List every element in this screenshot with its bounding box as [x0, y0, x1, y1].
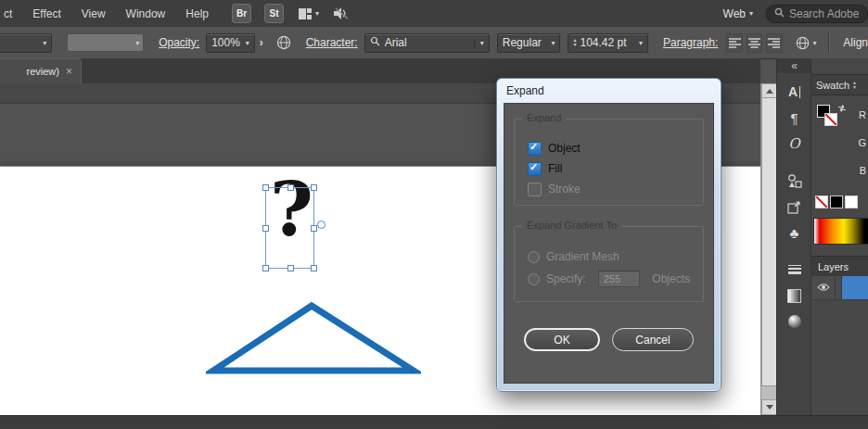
menu-item-effect[interactable]: Effect — [22, 7, 70, 20]
triangle-shape[interactable] — [206, 297, 421, 376]
font-family-combo[interactable]: Arial ▾ — [364, 33, 490, 53]
document-tab[interactable]: review) × — [0, 58, 82, 83]
appearance-panel-icon[interactable] — [777, 168, 811, 194]
vertical-scrollbar[interactable] — [760, 83, 777, 415]
workspace-switcher[interactable]: Web ▾ — [723, 7, 753, 20]
object-checkbox[interactable]: ✓ — [528, 142, 542, 156]
stroke-panel-icon[interactable] — [777, 257, 811, 283]
swatches-panel-tab[interactable]: Swatch ▴▾ — [811, 74, 868, 95]
selection-side-handle[interactable] — [317, 221, 326, 229]
check-icon: ✓ — [530, 161, 538, 173]
close-tab-icon[interactable]: × — [66, 65, 72, 78]
align-center-button[interactable] — [747, 33, 762, 53]
layers-panel-label: Layers — [818, 261, 849, 272]
cancel-button[interactable]: Cancel — [612, 328, 694, 351]
expand-dialog: Expand Expand ✓ Object ✓ Fill Stroke Exp… — [496, 78, 721, 392]
dialog-title[interactable]: Expand — [497, 79, 721, 103]
red-slider-label: R — [859, 109, 866, 120]
menu-item-help[interactable]: Help — [175, 7, 219, 20]
selection-handle[interactable] — [287, 265, 294, 271]
stroke-checkbox-row: Stroke — [528, 179, 690, 199]
selection-bounding-box[interactable] — [265, 187, 314, 269]
font-style-value: Regular — [503, 36, 542, 49]
font-search-icon — [370, 36, 380, 49]
menu-bar: ct Effect View Window Help Br St ▾ Web ▾… — [0, 0, 868, 28]
gradient-mesh-label: Gradient Mesh — [546, 250, 619, 263]
language-globe-icon[interactable]: ▾ — [796, 36, 817, 50]
expand-gradient-group-label: Expand Gradient To — [522, 220, 621, 231]
arrange-documents-icon[interactable]: ▾ — [299, 8, 319, 19]
stepper-arrows-icon[interactable]: ▴▾ — [573, 38, 576, 47]
expand-gradient-group: Expand Gradient To Gradient Mesh Specify… — [514, 226, 704, 302]
symbols-panel-icon[interactable]: ♣ — [777, 220, 811, 246]
font-size-value: 104.42 pt — [580, 36, 626, 49]
globe-icon[interactable] — [276, 35, 291, 50]
chevron-down-icon: ▾ — [315, 9, 319, 18]
layer-row[interactable] — [811, 276, 868, 300]
selection-handle[interactable] — [262, 265, 269, 271]
panel-resize-icon[interactable]: ▴▾ — [853, 81, 856, 90]
bridge-button[interactable]: Br — [232, 4, 251, 23]
menu-item-view[interactable]: View — [71, 7, 116, 20]
menu-item-truncated[interactable]: ct — [0, 7, 22, 20]
stroke-width-combo[interactable]: ▾ — [0, 33, 52, 53]
chevron-down-icon: ▾ — [241, 39, 249, 47]
brush-definition-well[interactable]: ▾ — [67, 33, 144, 52]
chevron-down-icon: ▾ — [474, 39, 484, 47]
search-field[interactable]: Search Adobe — [766, 5, 868, 23]
layer-visibility-cell[interactable] — [811, 276, 836, 299]
gradient-panel-icon[interactable] — [777, 283, 811, 309]
selection-handle[interactable] — [311, 184, 317, 191]
opacity-flyout-chevron[interactable]: › — [260, 36, 263, 49]
selection-handle[interactable] — [262, 225, 269, 232]
fill-checkbox-row[interactable]: ✓ Fill — [528, 158, 690, 179]
dialog-body: Expand ✓ Object ✓ Fill Stroke Expand Gra… — [504, 103, 714, 384]
object-checkbox-row[interactable]: ✓ Object — [528, 138, 690, 158]
layer-thumbnail-cell[interactable] — [836, 276, 842, 299]
opacity-combo[interactable]: 100% ▾ — [206, 33, 254, 53]
opentype-panel-icon[interactable]: O — [777, 131, 811, 157]
stock-button[interactable]: St — [264, 4, 284, 23]
expand-panels-icon[interactable]: « — [777, 58, 811, 73]
speaker-icon[interactable] — [334, 7, 350, 19]
gradient-sphere-icon[interactable] — [777, 309, 811, 334]
dialog-button-row: OK Cancel — [504, 328, 713, 351]
opacity-value: 100% — [211, 36, 240, 49]
align-left-button[interactable] — [726, 33, 742, 53]
chevron-down-icon: ▾ — [546, 39, 555, 47]
opacity-label[interactable]: Opacity: — [159, 36, 199, 49]
layers-panel-body — [811, 276, 868, 415]
selection-handle[interactable] — [311, 265, 317, 271]
quick-swatches[interactable] — [815, 196, 858, 208]
eye-icon[interactable] — [817, 282, 830, 295]
black-swatch[interactable] — [830, 196, 843, 208]
illustrator-window: ct Effect View Window Help Br St ▾ Web ▾… — [0, 0, 868, 429]
font-style-combo[interactable]: Regular ▾ — [497, 33, 561, 53]
ok-button[interactable]: OK — [524, 328, 600, 351]
none-swatch[interactable] — [815, 196, 828, 208]
color-spectrum-bar[interactable] — [813, 218, 868, 245]
fill-stroke-proxy[interactable] — [817, 103, 849, 129]
specify-input: 255 — [598, 271, 641, 287]
character-panel-icon[interactable]: A — [777, 79, 811, 105]
selection-handle[interactable] — [311, 225, 317, 232]
paragraph-panel-icon[interactable]: ¶ — [777, 105, 811, 131]
stroke-none-swatch[interactable] — [824, 113, 837, 126]
font-size-stepper[interactable]: ▴▾ 104.42 pt ▾ — [568, 33, 648, 53]
layer-selected-highlight[interactable] — [842, 276, 868, 299]
chevron-down-icon: ▾ — [634, 39, 643, 47]
layers-panel-tab[interactable]: Layers — [811, 256, 868, 277]
fill-checkbox[interactable]: ✓ — [528, 162, 542, 176]
green-slider-label: G — [858, 137, 866, 148]
transform-panel-icon[interactable] — [777, 194, 811, 220]
selection-handle[interactable] — [287, 184, 294, 191]
align-right-button[interactable] — [766, 33, 782, 53]
selection-handle[interactable] — [262, 184, 269, 191]
swap-fill-stroke-icon[interactable] — [837, 103, 847, 116]
white-swatch[interactable] — [845, 196, 858, 208]
chevron-down-icon: ▾ — [38, 39, 46, 47]
align-panel-label[interactable]: Align — [843, 36, 868, 49]
paragraph-label[interactable]: Paragraph: — [663, 36, 718, 49]
character-label[interactable]: Character: — [306, 36, 358, 49]
menu-item-window[interactable]: Window — [116, 7, 176, 20]
